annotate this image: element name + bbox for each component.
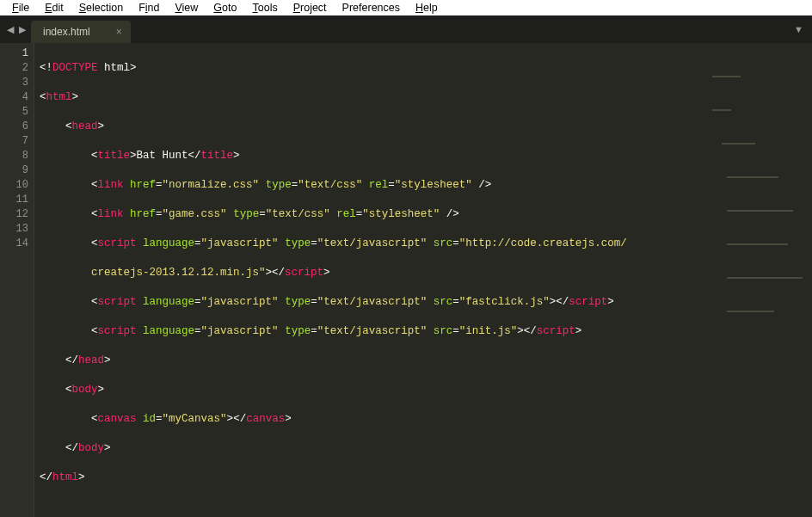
menubar: File Edit Selection Find View Goto Tools… xyxy=(0,0,812,15)
line-number: 4 xyxy=(0,90,28,105)
code-line: <script language="javascript" type="text… xyxy=(40,237,812,251)
line-gutter: 1 2 3 4 5 6 7 8 9 10 11 12 13 14 xyxy=(0,43,34,517)
code-line: <canvas id="myCanvas"></canvas> xyxy=(40,412,812,427)
code-line: <head> xyxy=(40,120,812,134)
code-line: <script language="javascript" type="text… xyxy=(40,295,812,310)
nav-back-icon[interactable]: ◀ xyxy=(7,24,14,35)
code-line: <link href="normalize.css" type="text/cs… xyxy=(40,178,812,193)
line-number: 9 xyxy=(0,163,28,178)
menu-preferences[interactable]: Preferences xyxy=(335,0,407,15)
nav-forward-icon[interactable]: ▶ xyxy=(19,24,26,35)
line-number: 2 xyxy=(0,61,28,76)
menu-edit[interactable]: Edit xyxy=(38,0,71,15)
line-number: 3 xyxy=(0,76,28,90)
editor[interactable]: 1 2 3 4 5 6 7 8 9 10 11 12 13 14 <!DOCTY… xyxy=(0,43,812,517)
nav-arrows: ◀ ▶ xyxy=(5,24,31,35)
menu-tools[interactable]: Tools xyxy=(245,0,284,15)
menu-selection[interactable]: Selection xyxy=(72,0,130,15)
line-number: 5 xyxy=(0,105,28,120)
code-line: <html> xyxy=(40,90,812,105)
code-line: </body> xyxy=(40,441,812,456)
menu-find[interactable]: Find xyxy=(132,0,166,15)
tab-index-html[interactable]: index.html × xyxy=(31,21,131,43)
menu-view[interactable]: View xyxy=(168,0,205,15)
menu-goto[interactable]: Goto xyxy=(206,0,243,15)
tab-overflow-icon[interactable]: ▼ xyxy=(794,24,807,34)
line-number: 13 xyxy=(0,222,28,237)
line-number: 1 xyxy=(0,46,28,61)
code-line: <body> xyxy=(40,383,812,397)
line-number: 10 xyxy=(0,178,28,193)
code-line: </html> xyxy=(40,471,812,485)
code-line: <script language="javascript" type="text… xyxy=(40,324,812,339)
close-icon[interactable]: × xyxy=(116,26,122,38)
line-number: 11 xyxy=(0,193,28,207)
line-number: 14 xyxy=(0,237,28,251)
line-number: 7 xyxy=(0,134,28,149)
code-line: <title>Bat Hunt</title> xyxy=(40,149,812,163)
line-number: 8 xyxy=(0,149,28,163)
code-line: createjs-2013.12.12.min.js"></script> xyxy=(40,266,812,280)
menu-help[interactable]: Help xyxy=(409,0,445,15)
code-line: </head> xyxy=(40,354,812,368)
line-number: 12 xyxy=(0,207,28,222)
code-line: <link href="game.css" type="text/css" re… xyxy=(40,207,812,222)
code-line: <!DOCTYPE html> xyxy=(40,61,812,76)
line-number: 6 xyxy=(0,120,28,134)
code-area[interactable]: <!DOCTYPE html> <html> <head> <title>Bat… xyxy=(34,43,812,517)
menu-project[interactable]: Project xyxy=(286,0,334,15)
tab-strip: ◀ ▶ index.html × ▼ xyxy=(0,15,812,43)
menu-file[interactable]: File xyxy=(5,0,36,15)
tab-label: index.html xyxy=(43,26,90,38)
